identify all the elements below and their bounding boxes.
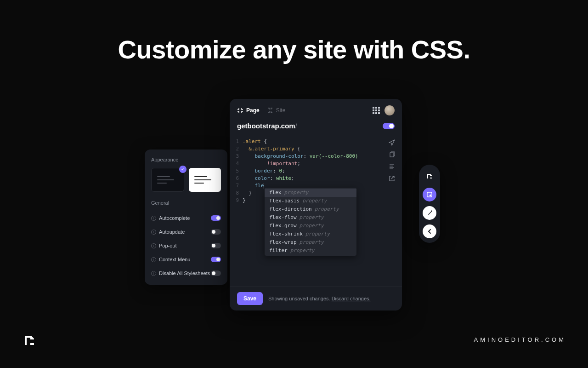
appearance-label: Appearance [151, 157, 221, 162]
stylesheet-enable-toggle[interactable] [383, 123, 395, 129]
external-link-icon[interactable] [388, 175, 396, 182]
headline: Customize any site with CSS. [118, 34, 470, 64]
code-line[interactable]: .alert { [243, 138, 402, 145]
autocomplete-item[interactable]: flex-growproperty [265, 222, 356, 230]
info-icon[interactable]: i [151, 257, 156, 262]
tab-site-label: Site [276, 107, 286, 114]
code-line[interactable]: &.alert-primary { [243, 145, 402, 153]
autocomplete-item[interactable]: flex-directionproperty [265, 205, 356, 213]
toggle-context-menu[interactable] [211, 257, 221, 262]
setting-label: Pop-out [159, 243, 177, 248]
autocomplete-item[interactable]: flexproperty [265, 189, 356, 197]
url-domain: getbootstrap.com [237, 122, 295, 130]
setting-row-disable-all-stylesheets: iDisable All Stylesheets [151, 266, 221, 280]
setting-row-pop-out: iPop-out [151, 239, 221, 253]
url-path: / [295, 122, 297, 130]
toggle-autoupdate[interactable] [211, 229, 221, 235]
floating-toolbar [419, 165, 440, 243]
toggle-pop-out[interactable] [211, 243, 221, 248]
format-icon[interactable] [388, 163, 396, 170]
info-icon[interactable]: i [151, 230, 156, 235]
info-icon[interactable]: i [151, 271, 156, 276]
page-scope-icon [237, 107, 243, 114]
setting-label: Autocomplete [159, 215, 190, 221]
info-icon[interactable]: i [151, 243, 156, 248]
toggle-disable-all-stylesheets[interactable] [211, 270, 221, 276]
settings-panel: Appearance ✓ General iAutocompleteiAutou… [145, 150, 227, 285]
toggle-autocomplete[interactable] [211, 215, 221, 221]
autocomplete-popup[interactable]: flexpropertyflex-basispropertyflex-direc… [265, 188, 356, 256]
unsaved-status: Showing unsaved changes. Discard changes… [268, 296, 371, 301]
inspect-icon[interactable] [423, 188, 436, 201]
setting-label: Context Menu [159, 257, 190, 262]
setting-row-context-menu: iContext Menu [151, 253, 221, 266]
theme-picker: ✓ [151, 168, 221, 192]
check-icon: ✓ [179, 166, 187, 173]
avatar[interactable] [384, 105, 395, 115]
theme-dark[interactable]: ✓ [151, 168, 184, 192]
copy-icon[interactable] [388, 151, 396, 158]
site-scope-icon [267, 107, 273, 114]
svg-rect-0 [390, 153, 394, 157]
current-url: getbootstrap.com/ [237, 122, 297, 130]
editor-panel: Page Site getbootstrap.com/ 123456789 .a… [230, 99, 402, 310]
tab-page[interactable]: Page [237, 107, 260, 114]
apps-grid-icon[interactable] [373, 107, 380, 114]
discard-changes-link[interactable]: Discard changes. [332, 296, 371, 301]
setting-row-autoupdate: iAutoupdate [151, 225, 221, 239]
autocomplete-item[interactable]: filterproperty [265, 247, 356, 255]
code-line[interactable]: color: white; [243, 175, 402, 182]
autocomplete-item[interactable]: flex-shrinkproperty [265, 230, 356, 238]
site-url: AMINOEDITOR.COM [474, 336, 566, 343]
tab-page-label: Page [246, 107, 260, 114]
general-label: General [151, 200, 221, 206]
code-line[interactable]: !important; [243, 160, 402, 167]
setting-label: Disable All Stylesheets [159, 270, 210, 276]
tab-site[interactable]: Site [267, 107, 286, 114]
autocomplete-item[interactable]: flex-basisproperty [265, 197, 356, 205]
autocomplete-item[interactable]: flex-flowproperty [265, 213, 356, 222]
collapse-icon[interactable] [423, 224, 436, 238]
setting-label: Autoupdate [159, 229, 185, 235]
code-editor[interactable]: 123456789 .alert { &.alert-primary { bac… [230, 136, 402, 286]
amino-logo-icon[interactable] [423, 169, 436, 183]
info-icon[interactable]: i [151, 216, 156, 221]
save-button[interactable]: Save [237, 292, 263, 305]
code-line[interactable]: background-color: var(--color-800) [243, 153, 402, 160]
theme-light[interactable] [189, 168, 221, 192]
autocomplete-item[interactable]: flex-wrapproperty [265, 238, 356, 247]
send-icon[interactable] [388, 139, 396, 146]
setting-row-autocomplete: iAutocomplete [151, 211, 221, 225]
eyedropper-icon[interactable] [423, 206, 436, 220]
code-line[interactable]: border: 0; [243, 167, 402, 175]
brand-logo [22, 333, 37, 348]
